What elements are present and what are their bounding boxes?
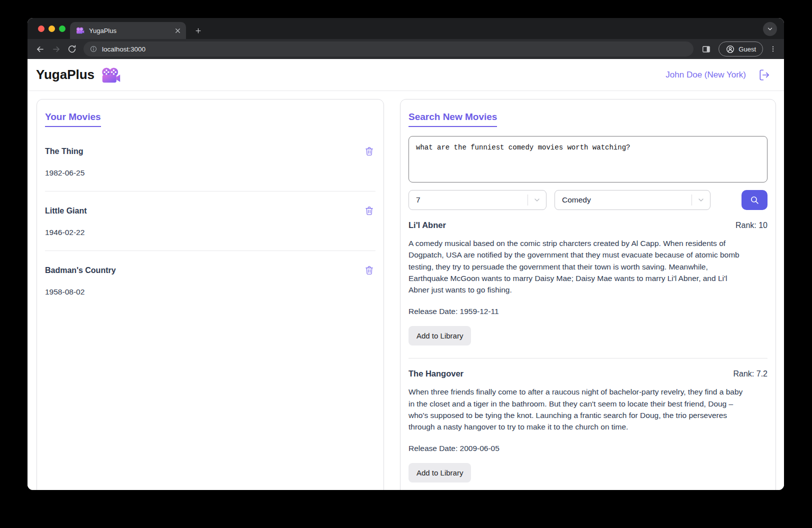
movie-release-date: 1946-02-22: [45, 228, 376, 237]
profile-person-icon: [726, 44, 735, 54]
movie-release-date: 1958-08-02: [45, 288, 376, 296]
search-heading: Search New Movies: [408, 112, 497, 127]
site-info-icon[interactable]: [90, 45, 98, 53]
zoom-window-button[interactable]: [59, 26, 66, 32]
result-rank: Rank: 10: [736, 221, 768, 230]
divider: [45, 191, 376, 192]
rank-select-value: 7: [416, 196, 528, 204]
category-select[interactable]: Comedy: [554, 190, 710, 210]
search-icon: [749, 194, 760, 206]
movie-release-date: 1982-06-25: [45, 168, 376, 178]
reload-icon[interactable]: [64, 42, 80, 56]
logout-icon[interactable]: [758, 68, 771, 82]
tab-title: YugaPlus: [89, 27, 173, 34]
result-release-date: Release Date: 1959-12-11: [408, 307, 768, 316]
tab-close-icon[interactable]: [173, 26, 182, 35]
library-movie-item: Badman's Country 1958-08-02: [45, 265, 376, 296]
chevron-down-icon: [528, 196, 546, 204]
address-bar[interactable]: localhost:3000: [84, 42, 694, 56]
delete-movie-trash-icon[interactable]: [364, 206, 374, 216]
chevron-down-icon: [692, 196, 710, 204]
main-content: Your Movies The Thing 1982-06-25 Little …: [28, 91, 784, 490]
tab-strip: YugaPlus: [28, 18, 784, 39]
divider: [408, 358, 768, 358]
minimize-window-button[interactable]: [48, 26, 55, 32]
result-title: Li'l Abner: [408, 220, 446, 230]
result-release-date: Release Date: 2009-06-05: [408, 444, 768, 453]
search-card: Search New Movies what are the funniest …: [400, 99, 776, 490]
close-window-button[interactable]: [38, 26, 44, 32]
browser-menu-icon[interactable]: [767, 42, 779, 56]
library-movie-item: Little Giant 1946-02-22: [45, 206, 376, 251]
movie-title: Badman's Country: [45, 266, 116, 275]
tab-search-chevron-icon[interactable]: [763, 22, 777, 36]
forward-icon[interactable]: [48, 42, 64, 56]
url-text: localhost:3000: [102, 46, 146, 53]
delete-movie-trash-icon[interactable]: [364, 265, 374, 276]
search-controls: 7 Comedy: [408, 190, 768, 210]
browser-tab[interactable]: YugaPlus: [70, 22, 186, 39]
search-result-item: Li'l Abner Rank: 10 A comedy musical bas…: [408, 220, 768, 358]
browser-toolbar: localhost:3000 Guest: [28, 39, 784, 59]
divider: [45, 250, 376, 251]
result-description: When three friends finally come to after…: [408, 386, 748, 432]
new-tab-button[interactable]: [191, 24, 205, 38]
profile-button[interactable]: Guest: [718, 42, 763, 56]
add-to-library-button[interactable]: Add to Library: [408, 463, 471, 482]
brand-title: YugaPlus: [36, 67, 94, 82]
search-result-item: The Hangover Rank: 7.2 When three friend…: [408, 369, 768, 490]
result-title: The Hangover: [408, 369, 464, 378]
movie-title: The Thing: [45, 147, 83, 156]
side-panel-icon[interactable]: [698, 42, 714, 56]
delete-movie-trash-icon[interactable]: [364, 146, 374, 156]
rank-select[interactable]: 7: [408, 190, 546, 210]
favicon-movie-camera-icon: [76, 27, 84, 34]
browser-window: YugaPlus localhost:3000: [28, 18, 784, 490]
search-query-input[interactable]: what are the funniest comedy movies wort…: [408, 136, 768, 182]
user-name: John Doe (New York): [666, 70, 746, 80]
web-page: YugaPlus John Doe (New York): [28, 59, 784, 490]
your-movies-card: Your Movies The Thing 1982-06-25 Little …: [36, 99, 384, 490]
your-movies-heading: Your Movies: [45, 112, 101, 127]
movie-camera-icon: [101, 68, 121, 84]
search-button[interactable]: [742, 190, 768, 210]
movie-title: Little Giant: [45, 206, 87, 216]
profile-label: Guest: [738, 46, 756, 53]
app-header: YugaPlus John Doe (New York): [28, 59, 784, 91]
back-icon[interactable]: [32, 42, 48, 56]
category-select-value: Comedy: [562, 196, 692, 204]
library-movie-item: The Thing 1982-06-25: [45, 146, 376, 192]
add-to-library-button[interactable]: Add to Library: [408, 326, 471, 346]
result-rank: Rank: 7.2: [734, 370, 768, 378]
result-description: A comedy musical based on the comic stri…: [408, 238, 748, 296]
traffic-lights: [38, 26, 66, 32]
